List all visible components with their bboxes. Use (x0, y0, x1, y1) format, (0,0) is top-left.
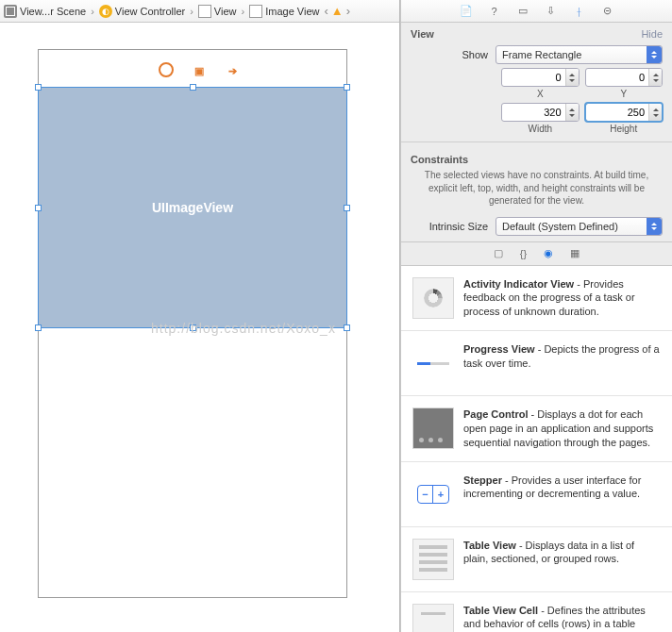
view-section-header: View Hide (401, 23, 672, 43)
file-template-icon[interactable]: ▢ (494, 247, 503, 259)
code-snippet-icon[interactable]: {} (520, 248, 527, 259)
item-title: Table View (463, 540, 516, 551)
constraints-header: Constraints (401, 148, 672, 165)
show-row: Show Frame Rectangle (401, 43, 672, 66)
library-tabs: ▢ {} ◉ ▦ (401, 241, 672, 266)
wh-row: Width Height (401, 101, 672, 136)
help-inspector-icon[interactable]: ? (487, 4, 502, 19)
stepper-icon[interactable] (648, 104, 662, 121)
intrinsic-popup[interactable]: Default (System Defined) (496, 217, 663, 236)
list-item[interactable]: Activity Indicator View - Provides feedb… (401, 266, 672, 332)
chevron-right-icon: › (187, 6, 196, 17)
object-library-icon[interactable]: ◉ (544, 247, 553, 259)
stepper-icon[interactable] (565, 69, 579, 86)
canvas-area: View...r Scene › ◐ View Controller › Vie… (0, 0, 400, 632)
section-title: Constraints (411, 154, 468, 165)
stepper-icon[interactable] (648, 69, 662, 86)
popup-value: Frame Rectangle (502, 49, 581, 60)
table-view-icon (412, 539, 454, 580)
exit-icon[interactable]: ➔ (225, 62, 242, 79)
crumb-label: Image View (265, 6, 319, 17)
first-responder-icon[interactable]: ▣ (191, 62, 208, 79)
x-caption: X (537, 89, 544, 99)
chevron-right-icon: › (88, 6, 97, 17)
crumb-label: View (214, 6, 237, 17)
activity-indicator-icon (412, 277, 454, 319)
xy-row: X Y (401, 66, 672, 101)
identity-inspector-icon[interactable]: ▭ (515, 4, 530, 19)
list-item[interactable]: Table View Cell - Defines the attributes… (401, 592, 672, 632)
show-popup[interactable]: Frame Rectangle (496, 45, 663, 64)
breadcrumb: View...r Scene › ◐ View Controller › Vie… (0, 0, 399, 23)
selected-imageview[interactable]: UIImageView (38, 87, 347, 328)
item-title: Progress View (463, 343, 535, 355)
popup-value: Default (System Defined) (502, 221, 618, 232)
section-title: View (411, 28, 434, 40)
view-class-label: UIImageView (152, 200, 233, 215)
media-library-icon[interactable]: ▦ (570, 247, 580, 259)
popup-arrows-icon (647, 218, 662, 235)
intrinsic-row: Intrinsic Size Default (System Defined) (401, 215, 672, 238)
item-title: Activity Indicator View (463, 278, 574, 290)
list-item[interactable]: Progress View - Depicts the progress of … (401, 331, 672, 396)
size-inspector-icon[interactable]: ⟊ (572, 4, 587, 19)
resize-handle[interactable] (35, 324, 42, 331)
list-item[interactable]: Page Control - Displays a dot for each o… (401, 396, 672, 462)
crumb-imageview[interactable]: Image View (247, 5, 321, 18)
nav-back-icon[interactable]: ‹ (321, 4, 330, 18)
height-caption: Height (610, 124, 637, 134)
chevron-right-icon: › (239, 6, 248, 17)
object-library[interactable]: Activity Indicator View - Provides feedb… (401, 266, 672, 633)
imageview-icon (249, 5, 262, 18)
divider (401, 141, 672, 142)
stepper-icon[interactable] (565, 104, 579, 121)
crumb-label: View...r Scene (20, 6, 86, 17)
file-inspector-icon[interactable]: 📄 (459, 4, 474, 19)
resize-handle[interactable] (35, 205, 42, 211)
warning-icon[interactable]: ▲ (331, 4, 344, 18)
crumb-label: View Controller (115, 6, 185, 17)
popup-arrows-icon (647, 46, 662, 63)
viewcontroller-icon: ◐ (99, 5, 112, 18)
show-label: Show (411, 49, 496, 60)
inspector-tabs: 📄 ? ▭ ⇩ ⟊ ⊝ (401, 0, 672, 23)
resize-handle[interactable] (344, 205, 350, 211)
width-caption: Width (528, 124, 552, 134)
resize-handle[interactable] (190, 324, 196, 331)
resize-handle[interactable] (35, 84, 42, 91)
scene-dock-icon[interactable] (159, 62, 174, 77)
inspector-panel: 📄 ? ▭ ⇩ ⟊ ⊝ View Hide Show Frame Rectang… (400, 0, 672, 632)
item-title: Stepper (463, 474, 502, 486)
connections-inspector-icon[interactable]: ⊝ (600, 4, 615, 19)
list-item[interactable]: −+ Stepper - Provides a user interface f… (401, 462, 672, 527)
resize-handle[interactable] (344, 84, 350, 91)
scene-toolbar: ▣ ➔ (159, 62, 242, 79)
view-icon (198, 5, 211, 18)
resize-handle[interactable] (190, 84, 196, 91)
item-title: Page Control (463, 408, 528, 420)
constraints-message: The selected views have no constraints. … (401, 165, 672, 215)
stepper-icon: −+ (412, 474, 454, 515)
progress-view-icon (412, 342, 454, 384)
resize-handle[interactable] (344, 324, 350, 331)
crumb-view[interactable]: View (196, 5, 239, 18)
y-caption: Y (620, 89, 627, 99)
storyboard-icon (4, 5, 17, 18)
crumb-vc[interactable]: ◐ View Controller (97, 5, 187, 18)
list-item[interactable]: Table View - Displays data in a list of … (401, 527, 672, 592)
table-cell-icon (412, 604, 454, 632)
hide-button[interactable]: Hide (641, 28, 663, 40)
crumb-scene[interactable]: View...r Scene (2, 5, 88, 18)
page-control-icon (412, 407, 454, 449)
nav-fwd-icon[interactable]: › (344, 4, 353, 18)
attributes-inspector-icon[interactable]: ⇩ (544, 4, 559, 19)
item-title: Table View Cell (463, 605, 538, 616)
intrinsic-label: Intrinsic Size (411, 221, 496, 232)
